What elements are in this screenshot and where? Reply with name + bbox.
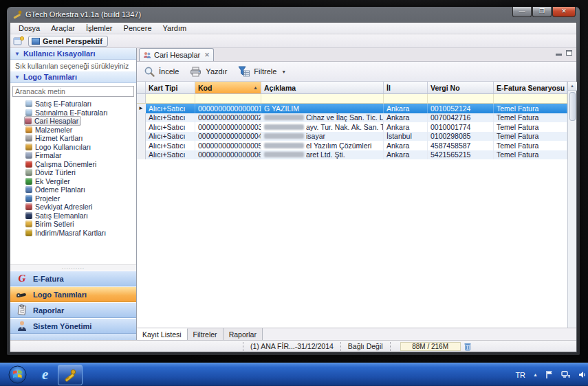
maximize-button[interactable]: ❐ [532,7,552,17]
genel-perspektif-button[interactable]: Genel Perspektif [28,36,108,47]
filter-cell[interactable] [428,94,494,103]
tree-item-label: Malzemeler [35,126,72,134]
volume-icon[interactable] [578,370,587,379]
shortcuts-section-header[interactable]: ▼ Kullanıcı Kısayolları [10,48,136,60]
action-center-flag-icon[interactable] [545,370,554,379]
network-icon[interactable] [561,370,571,379]
title-bar[interactable]: GTech Orkestra v1.1a (build 1347) — ❐ ✕ [10,7,577,22]
incele-button[interactable]: İncele [144,66,179,78]
sidebar-tree-item[interactable]: Satınalma E-Faturaları [25,109,136,117]
nav-button-e-fatura[interactable]: GE-Fatura [10,271,136,286]
sidebar-tree-item[interactable]: Sevkiyat Adresleri [25,203,136,212]
document-tabstrip: Cari Hesaplar ✕ [137,48,576,62]
panel-minimize-icon[interactable] [556,50,562,56]
column-header-w0[interactable]: Kart Tipi [146,82,195,93]
tax-no-cell: 5421565215 [428,150,494,160]
sidebar-tree-item[interactable]: Ek Vergiler [25,177,136,186]
column-header-w1[interactable]: Kod▲ [195,82,261,93]
table-row[interactable]: Alıcı+Satıcı0000000000000004isayarİstanb… [137,132,567,141]
nav-button-raporlar[interactable]: Raporlar [10,302,136,318]
sidebar-tree-item[interactable]: Logo Kullanıcıları [25,143,136,152]
sidebar-tree-item[interactable]: Ödeme Planları [25,185,136,194]
grid-empty-area [137,159,567,328]
vertical-scrollbar[interactable]: ▲ [567,82,576,328]
table-row[interactable]: Alıcı+Satıcı0000000000000006aret Ltd. Şt… [137,150,567,160]
column-header-w2[interactable]: Açıklama [261,82,384,93]
filter-cell[interactable] [146,94,195,103]
tree-item-label: Projeler [35,194,60,203]
firm-period-status: (1) ANA FİR...-31/12/2014 [243,342,340,350]
sidebar-tree-item[interactable]: İndirim/Masraf Kartları [25,229,136,238]
description-cell: ayv. Tur. Nak. Ak. San. Tic. Ltd. Şti [261,122,384,132]
sidebar-tree-item[interactable]: Firmalar [25,151,136,160]
filtrele-button[interactable]: Filtrele ▼ [238,66,286,77]
materials-icon [25,126,32,133]
scenario-cell: Temel Fatura [494,104,567,113]
column-header-w5[interactable]: E-Fatura Senaryosu [494,82,567,93]
tab-cari-hesaplar[interactable]: Cari Hesaplar ✕ [139,48,214,61]
sidebar-nav: GE-FaturaLogo TanımlarıRaporlarSistem Yö… [10,271,136,334]
reports-icon [17,304,28,316]
sidebar-splitter[interactable]: ·········· [10,264,136,271]
language-indicator[interactable]: TR [515,371,525,379]
work-periods-icon [25,161,32,168]
tax-no-cell: 0010052124 [428,104,494,113]
row-indicator-cell: ► [137,104,146,113]
scroll-up-icon[interactable]: ▲ [568,82,577,91]
filter-dropdown-icon[interactable]: ▼ [281,69,286,74]
projects-icon [25,195,32,202]
nav-button-logo-tan-mlar-[interactable]: Logo Tanımları [10,286,136,302]
table-row[interactable]: Alıcı+Satıcı0000000000000003ayv. Tur. Na… [137,122,567,132]
view-tab-kay-t-listesi[interactable]: Kayıt Listesi [137,328,188,340]
sidebar-tree-item[interactable]: Cari Hesaplar [25,117,136,126]
menu-item[interactable]: İşlemler [80,23,118,33]
sidebar-tree-item[interactable]: Projeler [25,194,136,203]
sidebar-tree-item[interactable]: Çalışma Dönemleri [25,160,136,169]
nav-button-label: Raporlar [33,306,64,315]
tab-close-icon[interactable]: ✕ [204,52,210,58]
sidebar-tree-item[interactable]: Döviz Türleri [25,168,136,177]
minimize-button[interactable]: — [512,7,532,17]
filtrele-label: Filtrele [254,67,276,76]
panel-maximize-icon[interactable] [566,50,572,56]
sidebar-tree-item[interactable]: Malzemeler [25,126,136,135]
yazdir-button[interactable]: Yazdır [190,67,227,77]
nav-button-sistem-y-netimi[interactable]: Sistem Yönetimi [10,318,136,334]
filter-cell[interactable] [384,94,428,103]
code-cell: 0000000000000003 [195,122,261,132]
start-button[interactable] [8,365,27,384]
sidebar-tree-item[interactable]: Satış E-Faturaları [25,100,136,109]
sidebar-tree-item[interactable]: Hizmet Kartları [25,134,136,143]
code-cell: 0000000000000005 [195,141,261,150]
menu-item[interactable]: Araçlar [45,23,80,33]
grid-header-row: Kart TipiKod▲AçıklamaİlVergi NoE-Fatura … [137,82,567,94]
menu-item[interactable]: Pencere [118,23,157,33]
sidebar-search-input[interactable] [12,86,134,97]
table-row[interactable]: ►Alıcı+Satıcı0000000000000001G YAZILIMAn… [137,104,567,113]
show-hidden-icons-icon[interactable]: ▲ [533,372,538,377]
grid-area: Kart TipiKod▲AçıklamaİlVergi NoE-Fatura … [137,82,576,328]
view-tab-raporlar[interactable]: Raporlar [224,328,263,340]
filter-cell[interactable] [195,94,261,103]
filter-cell[interactable] [261,94,384,103]
garbage-collect-icon[interactable] [464,342,472,351]
new-perspective-icon[interactable] [13,36,24,46]
column-header-w3[interactable]: İl [384,82,428,93]
table-row[interactable]: Alıcı+Satıcı0000000000000002Cihaz ve İla… [137,113,567,123]
internet-explorer-icon[interactable]: e [42,366,48,383]
data-grid: Kart TipiKod▲AçıklamaİlVergi NoE-Fatura … [137,82,567,328]
filter-cell[interactable] [494,94,567,103]
purchase-einvoices-icon [25,109,32,116]
view-tab-filtreler[interactable]: Filtreler [188,328,224,340]
column-header-w4[interactable]: Vergi No [428,82,494,93]
tree-item-label: Birim Setleri [35,220,74,228]
table-row[interactable]: Alıcı+Satıcı0000000000000005el Yazılım Ç… [137,141,567,150]
menu-item[interactable]: Dosya [13,23,45,33]
menu-item[interactable]: Yardım [157,23,193,33]
orkestra-taskbar-button[interactable] [58,365,83,385]
sidebar-tree-item[interactable]: Satış Elemanları [25,212,136,220]
close-button[interactable]: ✕ [552,7,576,17]
sidebar-tree-item[interactable]: Birim Setleri [25,220,136,229]
scrollbar-thumb[interactable] [569,92,576,121]
logo-definitions-section-header[interactable]: ▼ Logo Tanımları [10,71,136,83]
